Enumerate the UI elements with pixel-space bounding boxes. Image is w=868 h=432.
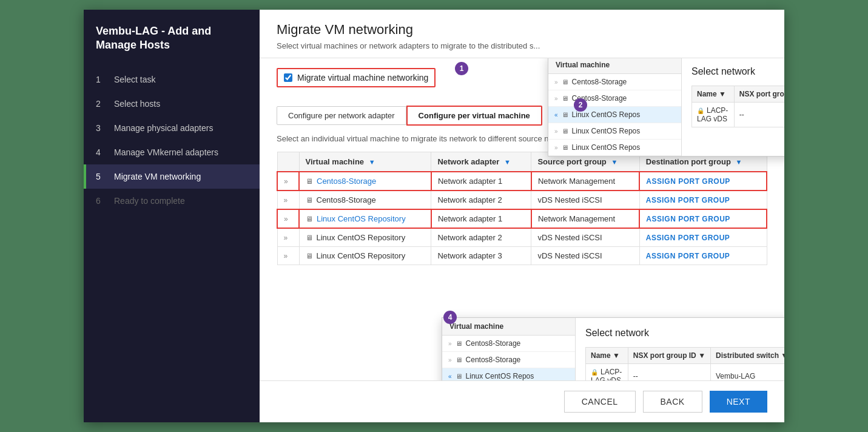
chevron-icon: « [554, 112, 558, 118]
col-name: Name ▼ [692, 86, 735, 103]
row-expand[interactable]: » [277, 209, 299, 228]
sidebar-item-ready: 6 Ready to complete [84, 189, 260, 213]
col-nsx: NSX port group ID ▼ [628, 348, 710, 364]
sidebar: Vembu-LAG - Add andManage Hosts 1 Select… [84, 10, 260, 422]
vm-icon: 🖥 [456, 340, 462, 347]
popup-vm-item[interactable]: »🖥Centos8-Storage [548, 74, 681, 90]
popup-vm-item[interactable]: »🖥Centos8-Storage [442, 336, 575, 352]
annotation-badge-1: 1 [455, 62, 468, 75]
row-adapter: Network adapter 2 [431, 191, 531, 209]
popup-top-vm-list: Virtual machine »🖥Centos8-Storage »🖥Cent… [548, 58, 682, 156]
annotation-badge-4: 4 [443, 311, 457, 324]
popup-vm-item-active[interactable]: «🖥Linux CentOS Repos [548, 107, 681, 123]
row-source: vDS Nested iSCSI [531, 191, 639, 209]
row-dest[interactable]: ASSIGN PORT GROUP [639, 209, 767, 228]
network-nsx: -- [734, 103, 784, 127]
vm-icon: 🖥 [456, 373, 462, 380]
table-row: » 🖥Centos8-Storage Network adapter 1 Net… [277, 172, 767, 191]
vm-icon: 🖥 [562, 111, 568, 118]
row-source: vDS Nested iSCSI [531, 228, 639, 247]
popup-vm-item[interactable]: »🖥Centos8-Storage [442, 352, 575, 368]
vm-icon: 🖥 [562, 144, 568, 151]
chevron-icon: » [284, 196, 288, 204]
chevron-icon: » [448, 340, 452, 347]
vm-icon: 🖥 [306, 252, 313, 260]
sidebar-item-select-task[interactable]: 1 Select task [84, 67, 260, 92]
vm-icon: 🖥 [306, 234, 313, 242]
toggle-per-vm[interactable]: Configure per virtual machine [406, 106, 542, 126]
chevron-icon: » [554, 144, 558, 151]
annotation-badge-2: 2 [574, 98, 587, 112]
row-source: Network Management [531, 209, 639, 228]
vm-icon: 🖥 [306, 196, 313, 204]
col-vm: Virtual machine ▼ [299, 152, 431, 172]
row-adapter: Network adapter 1 [431, 172, 531, 191]
vm-icon: 🖥 [456, 356, 462, 363]
popup-vm-item-active[interactable]: «🖥Linux CentOS Repos [442, 368, 575, 380]
row-expand[interactable]: » [277, 191, 299, 209]
row-vm: 🖥Linux CentOS Repository [299, 209, 431, 228]
cancel-button[interactable]: CANCEL [564, 391, 636, 413]
row-dest[interactable]: ASSIGN PORT GROUP [639, 228, 767, 247]
vm-icon: 🖥 [562, 127, 568, 135]
row-dest[interactable]: ASSIGN PORT GROUP [639, 191, 767, 209]
row-expand[interactable]: » [277, 172, 299, 191]
vm-icon: 🖥 [306, 215, 313, 223]
select-network-panel-bottom: Select network ✕ Name ▼ NSX port group I… [576, 318, 784, 380]
chevron-icon: » [284, 234, 288, 242]
panel-title-top: Select network ✕ [691, 65, 784, 78]
back-button[interactable]: BACK [643, 391, 702, 413]
sidebar-item-migrate-vm[interactable]: 5 Migrate VM networking [84, 164, 260, 189]
chevron-icon: » [554, 79, 558, 86]
vm-icon: 🖥 [562, 78, 568, 86]
sidebar-item-manage-vmkernel[interactable]: 4 Manage VMkernel adapters [84, 140, 260, 164]
chevron-icon: » [448, 357, 452, 363]
popup-vm-item[interactable]: »🖥Linux CentOS Repos [548, 123, 681, 140]
content-header: Migrate VM networking Select virtual mac… [260, 10, 784, 58]
migrate-networking-checkbox[interactable] [284, 73, 292, 82]
row-source: vDS Nested iSCSI [531, 247, 639, 265]
select-network-panel-top: Select network ✕ Name ▼ NSX port group I… [682, 58, 784, 156]
network-name: 🔒LACP-LAG vDS [692, 103, 735, 127]
network-table-top: Name ▼ NSX port group ID ▼ Distributed s… [691, 86, 784, 127]
page-title: Migrate VM networking [277, 22, 767, 38]
row-expand[interactable]: » [277, 247, 299, 265]
row-dest[interactable]: ASSIGN PORT GROUP [639, 172, 767, 191]
network-switch: Vembu-LAG [711, 364, 784, 381]
migrate-networking-checkbox-row: Migrate virtual machine networking [277, 68, 436, 87]
table-row: » 🖥Linux CentOS Repository Network adapt… [277, 247, 767, 265]
col-expand [277, 152, 299, 172]
row-vm: 🖥Centos8-Storage [299, 191, 431, 209]
vm-icon: 🖥 [562, 95, 568, 102]
sidebar-item-manage-physical[interactable]: 3 Manage physical adapters [84, 116, 260, 140]
row-vm: 🖥Linux CentOS Repository [299, 247, 431, 265]
table-row: » 🖥Linux CentOS Repository Network adapt… [277, 209, 767, 228]
popup-vm-item[interactable]: »🖥Linux CentOS Repos [548, 140, 681, 156]
popup-top-header: Virtual machine [548, 58, 681, 74]
row-dest[interactable]: ASSIGN PORT GROUP [639, 247, 767, 265]
col-name: Name ▼ [586, 348, 628, 364]
popup-bottom-header: Virtual machine [442, 318, 575, 336]
migrate-networking-label: Migrate virtual machine networking [297, 73, 428, 83]
popup-vm-item[interactable]: »🖥Centos8-Storage [548, 90, 681, 107]
vm-icon: 🖥 [306, 177, 313, 186]
footer: CANCEL BACK NEXT [260, 380, 784, 422]
network-row: 🔒LACP-LAG vDS -- Vembu-LAG UNASSIGN [692, 103, 785, 127]
row-adapter: Network adapter 1 [431, 209, 531, 228]
chevron-icon: » [554, 128, 558, 135]
sidebar-item-select-hosts[interactable]: 2 Select hosts [84, 92, 260, 116]
lock-icon: 🔒 [697, 107, 704, 114]
row-vm: 🖥Linux CentOS Repository [299, 228, 431, 247]
row-adapter: Network adapter 3 [431, 247, 531, 265]
toggle-per-adapter[interactable]: Configure per network adapter [277, 106, 406, 125]
network-table-bottom: Name ▼ NSX port group ID ▼ Distributed s… [585, 347, 784, 380]
panel-title-bottom: Select network ✕ [585, 326, 784, 340]
popup-bottom: 4 Virtual machine »🖥Centos8-Storage »🖥Ce… [442, 317, 784, 380]
row-expand[interactable]: » [277, 228, 299, 247]
network-nsx: -- [628, 364, 710, 381]
next-button[interactable]: NEXT [710, 391, 767, 413]
table-row: » 🖥Centos8-Storage Network adapter 2 vDS… [277, 191, 767, 209]
chevron-icon: « [448, 373, 452, 380]
popup-bottom-vm-list: Virtual machine »🖥Centos8-Storage »🖥Cent… [442, 318, 576, 380]
content-body: Migrate virtual machine networking Confi… [260, 58, 784, 380]
